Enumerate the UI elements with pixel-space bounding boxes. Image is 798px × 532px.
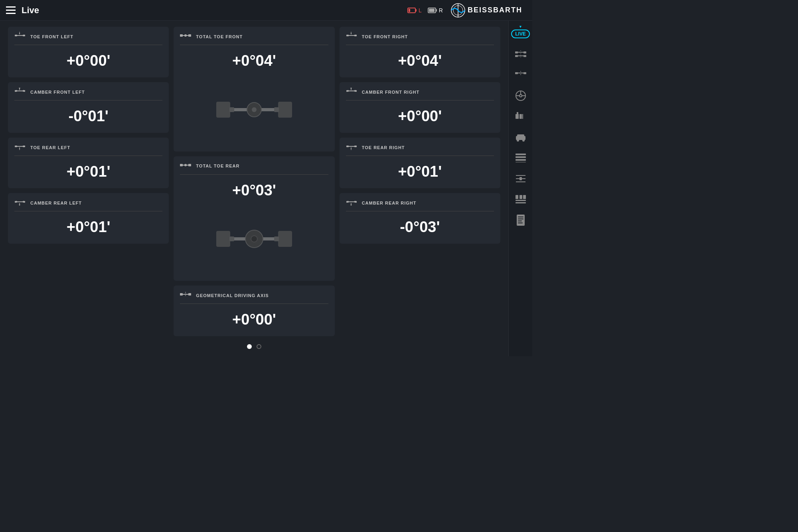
total-toe-rear-value: +0°03'	[180, 179, 328, 202]
toe-rear-left-card: TOE REAR LEFT +0°01'	[8, 138, 169, 188]
svg-rect-20	[23, 146, 25, 147]
svg-marker-28	[19, 205, 20, 206]
panels-wrapper: TOE FRONT LEFT +0°00'	[0, 21, 508, 356]
svg-rect-40	[180, 164, 183, 166]
camber-front-right-icon	[346, 87, 358, 97]
battery-left-icon	[407, 8, 417, 13]
svg-marker-74	[350, 205, 352, 206]
svg-rect-113	[517, 215, 525, 226]
toe-rear-left-title: TOE REAR LEFT	[30, 145, 70, 150]
camber-rear-left-card: CAMBER REAR LEFT +0°01'	[8, 193, 169, 244]
hamburger-menu[interactable]	[6, 6, 16, 14]
total-toe-rear-title: TOTAL TOE REAR	[196, 164, 239, 168]
left-column: TOE FRONT LEFT +0°00'	[8, 27, 169, 352]
geom-axis-value: +0°00'	[180, 308, 328, 331]
camber-rear-left-value: +0°01'	[14, 215, 162, 239]
svg-rect-79	[523, 55, 526, 57]
toe-front-left-card: TOE FRONT LEFT +0°00'	[8, 27, 169, 77]
svg-rect-76	[523, 51, 526, 53]
camber-front-right-card: CAMBER FRONT RIGHT +0°00'	[340, 82, 500, 133]
svg-rect-5	[429, 9, 435, 12]
svg-rect-4	[436, 9, 437, 12]
toe-front-left-value: +0°00'	[14, 49, 162, 73]
svg-rect-34	[278, 102, 292, 118]
nav-list-1[interactable]	[512, 149, 529, 167]
nav-list-2[interactable]	[512, 191, 529, 208]
svg-rect-1	[415, 9, 417, 12]
svg-rect-52	[188, 293, 191, 296]
svg-rect-70	[346, 201, 348, 203]
svg-rect-91	[516, 114, 519, 119]
toe-rear-right-header: TOE REAR RIGHT	[346, 142, 494, 152]
svg-rect-83	[523, 72, 526, 74]
nav-tool-1[interactable]	[512, 108, 529, 125]
side-navigation: ▼ LIVE	[508, 21, 532, 356]
svg-point-99	[522, 139, 525, 142]
brand-logo: BEISSBARTH	[451, 3, 522, 18]
camber-rear-right-card: CAMBER REAR RIGHT -0°03'	[340, 193, 500, 244]
battery-left-label: L	[419, 7, 422, 14]
svg-rect-15	[23, 90, 25, 92]
svg-rect-25	[23, 201, 25, 203]
svg-rect-19	[15, 146, 17, 147]
svg-point-87	[519, 95, 522, 97]
svg-rect-60	[346, 90, 348, 92]
logo-icon	[451, 3, 465, 18]
camber-rear-right-value: -0°03'	[346, 215, 494, 239]
svg-rect-107	[519, 177, 522, 180]
battery-left: L	[407, 7, 422, 14]
svg-rect-24	[15, 201, 17, 203]
camber-rear-right-title: CAMBER REAR RIGHT	[362, 201, 417, 205]
svg-rect-110	[523, 195, 526, 199]
toe-rear-right-value: +0°01'	[346, 160, 494, 183]
nav-alignment-1[interactable]	[512, 45, 529, 63]
svg-rect-101	[516, 156, 526, 158]
total-toe-front-header: TOTAL TOE FRONT	[180, 32, 328, 41]
svg-rect-100	[516, 154, 526, 155]
nav-report[interactable]	[512, 211, 529, 229]
page-dot-2[interactable]	[257, 344, 261, 349]
nav-steering[interactable]	[512, 87, 529, 104]
toe-rear-right-icon	[346, 142, 358, 152]
toe-front-left-title: TOE FRONT LEFT	[30, 34, 73, 39]
right-column: TOE FRONT RIGHT +0°04'	[340, 27, 500, 352]
svg-rect-10	[23, 35, 25, 36]
total-toe-front-card: TOTAL TOE FRONT +0°04'	[174, 27, 334, 152]
panels-top-grid: TOE FRONT LEFT +0°00'	[8, 27, 500, 352]
svg-rect-44	[216, 231, 230, 247]
nav-car[interactable]	[512, 128, 529, 146]
page-dot-1[interactable]	[247, 344, 252, 349]
svg-rect-9	[15, 35, 17, 36]
battery-right-label: R	[439, 7, 443, 14]
toe-front-left-icon	[14, 32, 26, 41]
svg-rect-71	[354, 201, 356, 203]
svg-rect-38	[229, 107, 234, 112]
toe-front-left-header: TOE FRONT LEFT	[14, 32, 162, 41]
nav-wrench-align[interactable]	[512, 170, 529, 187]
svg-rect-112	[516, 202, 526, 203]
battery-right: R	[428, 7, 443, 14]
geometrical-driving-axis-card: GEOMETRICAL DRIVING AXIS +0°00'	[174, 286, 334, 336]
svg-rect-115	[518, 219, 523, 219]
camber-rear-right-icon	[346, 198, 358, 208]
geom-axis-header: GEOMETRICAL DRIVING AXIS	[180, 290, 328, 300]
svg-rect-103	[516, 162, 526, 162]
svg-rect-39	[274, 107, 279, 112]
svg-rect-14	[15, 90, 17, 92]
svg-rect-2	[409, 9, 410, 12]
nav-alignment-2[interactable]	[512, 66, 529, 84]
svg-point-43	[184, 164, 187, 166]
svg-rect-97	[517, 134, 524, 137]
total-toe-front-icon	[180, 32, 192, 41]
toe-rear-left-header: TOE REAR LEFT	[14, 142, 162, 152]
svg-rect-108	[516, 195, 518, 199]
camber-rear-left-header: CAMBER REAR LEFT	[14, 198, 162, 208]
svg-rect-114	[518, 217, 523, 217]
svg-rect-30	[188, 34, 191, 37]
svg-rect-94	[518, 112, 518, 114]
camber-rear-left-title: CAMBER REAR LEFT	[30, 201, 82, 205]
center-column: TOTAL TOE FRONT +0°04'	[174, 27, 334, 352]
live-badge: LIVE	[511, 30, 530, 38]
total-toe-front-value: +0°04'	[180, 49, 328, 73]
svg-rect-50	[274, 236, 279, 241]
